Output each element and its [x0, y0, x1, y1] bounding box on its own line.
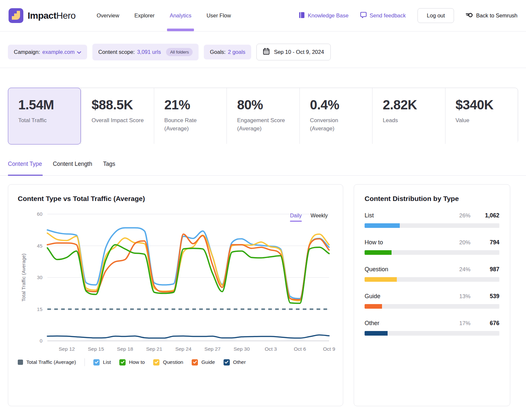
send-feedback-link[interactable]: Send feedback — [360, 12, 406, 19]
svg-text:45: 45 — [37, 243, 42, 249]
distribution-row-how-to: How to 20% 794 — [365, 239, 499, 255]
svg-text:Sep 15: Sep 15 — [88, 346, 104, 352]
kpi-total-traffic[interactable]: 1.54M Total Traffic — [8, 88, 81, 144]
svg-text:15: 15 — [37, 306, 42, 312]
kpi-value: 80% — [237, 98, 294, 112]
kpi-value: 0.4% — [310, 98, 367, 112]
svg-text:0: 0 — [40, 338, 42, 343]
nav-item-analytics[interactable]: Analytics — [170, 0, 191, 31]
chart-title: Content Type vs Total Traffic (Average) — [18, 195, 343, 203]
kpi-conversion[interactable]: 0.4% Conversion (Average) — [299, 88, 372, 144]
kpi-label: Value — [456, 117, 510, 125]
knowledge-base-link[interactable]: Knowledge Base — [299, 12, 348, 20]
legend-label: How to — [129, 359, 145, 365]
kpi-value: 21% — [164, 98, 221, 112]
distribution-bar-track — [365, 223, 499, 228]
chat-bubble-icon — [360, 12, 367, 19]
legend-checkbox-list[interactable]: List — [93, 359, 111, 365]
log-out-button[interactable]: Log out — [418, 8, 454, 23]
kpi-leads[interactable]: 2.82K Leads — [372, 88, 445, 144]
svg-text:30: 30 — [37, 275, 42, 280]
legend-total-traffic: Total Traffic (Average) — [18, 359, 76, 365]
campaign-label: Campaign: — [14, 49, 40, 55]
nav-item-explorer[interactable]: Explorer — [134, 0, 155, 31]
svg-text:Sep 18: Sep 18 — [117, 346, 133, 352]
legend-label: Total Traffic (Average) — [26, 359, 76, 365]
nav-item-overview[interactable]: Overview — [97, 0, 119, 31]
svg-text:Oct 3: Oct 3 — [265, 346, 277, 352]
tab-content-type[interactable]: Content Type — [8, 158, 42, 175]
kpi-value: $340K — [456, 98, 513, 112]
distribution-percent: 17% — [447, 320, 470, 327]
main-content: Content Type vs Total Traffic (Average) … — [8, 184, 518, 406]
goals-label: Goals: — [210, 49, 226, 55]
kpi-value: 1.54M — [18, 98, 76, 112]
nav-item-user-flow[interactable]: User Flow — [206, 0, 231, 31]
svg-text:Sep 21: Sep 21 — [146, 346, 162, 352]
book-icon — [299, 12, 305, 20]
kpi-value: $88.5K — [91, 98, 148, 112]
campaign-selector[interactable]: Campaign: example.com — [8, 45, 87, 59]
legend-checkbox-how-to[interactable]: How to — [119, 359, 145, 365]
legend-label: Other — [233, 359, 246, 365]
header-actions: Knowledge Base Send feedback Log out Bac… — [299, 8, 517, 23]
kpi-label: Bounce Rate (Average) — [164, 117, 219, 133]
all-folders-badge: All folders — [166, 48, 193, 56]
distribution-row-guide: Guide 13% 539 — [365, 293, 499, 309]
svg-text:Sep 12: Sep 12 — [59, 346, 75, 352]
legend-label: List — [103, 359, 111, 365]
chevron-down-icon — [77, 49, 81, 55]
tab-content-length[interactable]: Content Length — [53, 158, 92, 175]
distribution-bar-fill — [365, 223, 400, 228]
goals-value: 2 goals — [228, 49, 245, 55]
svg-text:Sep 27: Sep 27 — [204, 346, 221, 352]
kpi-label: Leads — [383, 117, 437, 125]
knowledge-base-label: Knowledge Base — [308, 12, 348, 19]
content-scope-selector[interactable]: Content scope: 3,091 urls All folders — [92, 44, 199, 60]
toggle-weekly[interactable]: Weekly — [311, 213, 328, 222]
total-traffic-swatch — [18, 360, 23, 365]
svg-text:Oct 6: Oct 6 — [294, 346, 306, 352]
legend-checkbox-question[interactable]: Question — [153, 359, 183, 365]
distribution-bar-fill — [365, 277, 397, 282]
distribution-value: 676 — [470, 320, 499, 327]
svg-text:60: 60 — [37, 211, 42, 217]
svg-text:Sep 24: Sep 24 — [175, 346, 192, 352]
distribution-row-question: Question 24% 987 — [365, 266, 499, 282]
app-header: ImpactHero Overview Explorer Analytics U… — [0, 0, 526, 32]
distribution-row-other: Other 17% 676 — [365, 320, 499, 336]
kpi-label: Overall Impact Score — [91, 117, 146, 125]
kpi-label: Conversion (Average) — [310, 117, 364, 133]
legend-divider — [84, 358, 85, 366]
distribution-bar-track — [365, 304, 499, 309]
distribution-value: 539 — [470, 293, 499, 300]
campaign-value: example.com — [42, 49, 75, 55]
distribution-label: Question — [365, 266, 447, 273]
kpi-label: Total Traffic — [18, 117, 73, 125]
send-feedback-label: Send feedback — [370, 12, 406, 19]
svg-text:Total Traffic (Average): Total Traffic (Average) — [21, 254, 26, 301]
goals-selector[interactable]: Goals: 2 goals — [204, 45, 251, 59]
kpi-overall-impact-score[interactable]: $88.5K Overall Impact Score — [81, 88, 154, 144]
legend-checkbox-guide[interactable]: Guide — [192, 359, 215, 365]
chart-legend: Total Traffic (Average) List How to Ques… — [18, 358, 343, 366]
granularity-toggle: Daily Weekly — [290, 213, 328, 222]
distribution-bar-fill — [365, 331, 388, 336]
toggle-daily[interactable]: Daily — [290, 213, 302, 222]
kpi-engagement-score[interactable]: 80% Engagement Score (Average) — [227, 88, 299, 144]
date-range-picker[interactable]: Sep 10 - Oct 9, 2024 — [256, 44, 330, 60]
tab-tags[interactable]: Tags — [103, 158, 115, 175]
distribution-label: List — [365, 212, 447, 219]
distribution-percent: 20% — [447, 239, 470, 246]
legend-checkbox-other[interactable]: Other — [224, 359, 246, 365]
checkbox-checked-icon — [93, 359, 100, 365]
distribution-label: Guide — [365, 293, 447, 300]
back-to-semrush-link[interactable]: Back to Semrush — [466, 12, 517, 19]
kpi-label: Engagement Score (Average) — [237, 117, 291, 133]
kpi-bounce-rate[interactable]: 21% Bounce Rate (Average) — [154, 88, 227, 144]
distribution-bar-track — [365, 250, 499, 255]
svg-text:Oct 9: Oct 9 — [323, 346, 335, 352]
impacthero-logo[interactable]: ImpactHero — [9, 8, 76, 23]
checkbox-checked-icon — [224, 359, 230, 365]
kpi-value[interactable]: $340K Value — [445, 88, 518, 144]
